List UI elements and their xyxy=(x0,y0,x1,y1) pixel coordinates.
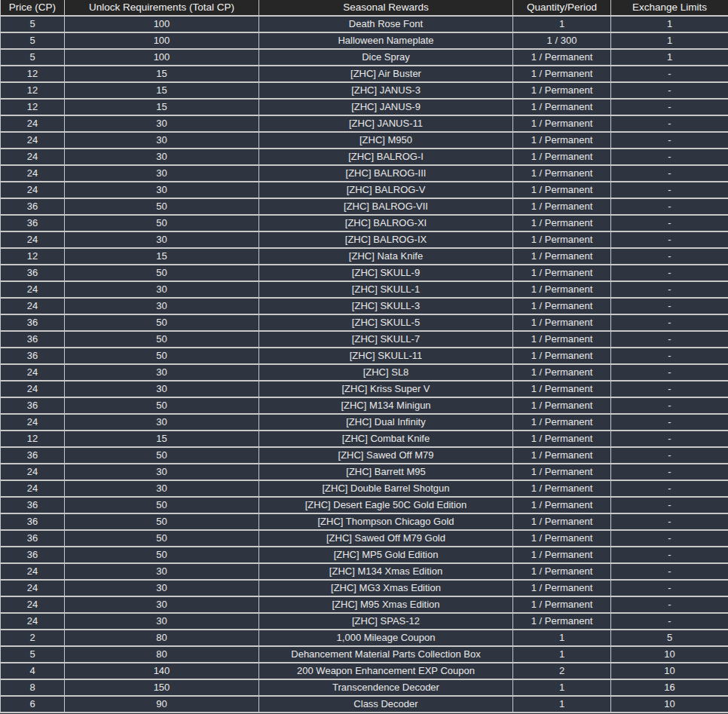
cell-reward-name: Dice Spray xyxy=(259,49,513,66)
table-row: 2430[ZHC] Barrett M951 / Permanent- xyxy=(1,464,728,480)
table-row: 2430[ZHC] BALROG-V1 / Permanent- xyxy=(1,182,728,198)
cell-exchange-limit: - xyxy=(611,596,728,613)
cell-quantity-period: 1 / Permanent xyxy=(513,298,611,314)
cell-quantity-period: 1 / Permanent xyxy=(513,198,611,215)
cell-price: 5 xyxy=(1,646,65,663)
cell-quantity-period: 1 / Permanent xyxy=(513,82,611,99)
cell-price: 5 xyxy=(1,16,65,32)
table-row: 1215[ZHC] JANUS-31 / Permanent- xyxy=(1,82,728,99)
cell-price: 24 xyxy=(1,580,65,596)
cell-exchange-limit: - xyxy=(611,613,728,630)
cell-reward-name: [ZHC] MG3 Xmas Edition xyxy=(259,580,513,596)
cell-price: 36 xyxy=(1,198,65,215)
cell-exchange-limit: - xyxy=(611,182,728,198)
cell-exchange-limit: 10 xyxy=(611,646,728,663)
cell-unlock-requirement: 30 xyxy=(65,381,259,397)
cell-unlock-requirement: 30 xyxy=(65,165,259,182)
cell-reward-name: [ZHC] SL8 xyxy=(259,364,513,381)
cell-reward-name: [ZHC] Sawed Off M79 xyxy=(259,447,513,464)
cell-quantity-period: 1 xyxy=(513,696,611,712)
cell-quantity-period: 1 / Permanent xyxy=(513,364,611,381)
cell-exchange-limit: 1 xyxy=(611,32,728,49)
cell-exchange-limit: 1 xyxy=(611,16,728,32)
cell-price: 12 xyxy=(1,431,65,447)
table-row: 2430[ZHC] SPAS-121 / Permanent- xyxy=(1,613,728,630)
cell-price: 24 xyxy=(1,231,65,248)
cell-reward-name: [ZHC] SKULL-3 xyxy=(259,298,513,314)
table-row: 1215[ZHC] Air Buster1 / Permanent- xyxy=(1,66,728,82)
cell-quantity-period: 1 / Permanent xyxy=(513,281,611,298)
cell-exchange-limit: - xyxy=(611,397,728,414)
cell-price: 24 xyxy=(1,596,65,613)
table-row: 5100Halloween Nameplate1 / 3001 xyxy=(1,32,728,49)
cell-price: 24 xyxy=(1,115,65,132)
cell-quantity-period: 1 / Permanent xyxy=(513,182,611,198)
table-row: 8150Transcendence Decoder116 xyxy=(1,679,728,696)
cell-quantity-period: 1 / Permanent xyxy=(513,530,611,547)
cell-unlock-requirement: 50 xyxy=(65,530,259,547)
table-row: 2430[ZHC] Double Barrel Shotgun1 / Perma… xyxy=(1,480,728,497)
cell-quantity-period: 1 / Permanent xyxy=(513,331,611,348)
cell-quantity-period: 1 / Permanent xyxy=(513,115,611,132)
table-row: 2430[ZHC] SKULL-31 / Permanent- xyxy=(1,298,728,314)
table-row: 580Dehancement Material Parts Collection… xyxy=(1,646,728,663)
cell-price: 24 xyxy=(1,464,65,480)
table-row: 2801,000 Mileage Coupon15 xyxy=(1,630,728,646)
cell-reward-name: [ZHC] JANUS-11 xyxy=(259,115,513,132)
table-row: 3650[ZHC] MP5 Gold Edition1 / Permanent- xyxy=(1,547,728,563)
cell-price: 6 xyxy=(1,696,65,712)
cell-quantity-period: 1 / Permanent xyxy=(513,132,611,149)
cell-reward-name: Dehancement Material Parts Collection Bo… xyxy=(259,646,513,663)
cell-unlock-requirement: 15 xyxy=(65,248,259,265)
cell-exchange-limit: - xyxy=(611,132,728,149)
cell-reward-name: [ZHC] Thompson Chicago Gold xyxy=(259,513,513,530)
table-row: 2430[ZHC] Kriss Super V1 / Permanent- xyxy=(1,381,728,397)
cell-price: 12 xyxy=(1,82,65,99)
cell-exchange-limit: - xyxy=(611,381,728,397)
cell-unlock-requirement: 15 xyxy=(65,82,259,99)
cell-quantity-period: 1 / Permanent xyxy=(513,397,611,414)
cell-reward-name: [ZHC] Sawed Off M79 Gold xyxy=(259,530,513,547)
header-cell-seasonal-rewards: Seasonal Rewards xyxy=(259,0,513,16)
cell-quantity-period: 1 / Permanent xyxy=(513,231,611,248)
cell-quantity-period: 1 / Permanent xyxy=(513,314,611,331)
cell-exchange-limit: - xyxy=(611,248,728,265)
table-body: 5100Death Rose Font115100Halloween Namep… xyxy=(1,16,728,712)
table-row: 3650[ZHC] Thompson Chicago Gold1 / Perma… xyxy=(1,513,728,530)
cell-quantity-period: 1 / Permanent xyxy=(513,381,611,397)
cell-quantity-period: 1 / Permanent xyxy=(513,497,611,513)
cell-unlock-requirement: 150 xyxy=(65,679,259,696)
cell-reward-name: Class Decoder xyxy=(259,696,513,712)
cell-exchange-limit: - xyxy=(611,447,728,464)
cell-exchange-limit: - xyxy=(611,580,728,596)
cell-price: 2 xyxy=(1,630,65,646)
cell-reward-name: [ZHC] BALROG-V xyxy=(259,182,513,198)
cell-unlock-requirement: 80 xyxy=(65,646,259,663)
table-row: 3650[ZHC] Desert Eagle 50C Gold Edition1… xyxy=(1,497,728,513)
seasonal-rewards-table: Price (CP) Unlock Requirements (Total CP… xyxy=(0,0,728,713)
table-row: 3650[ZHC] SKULL-71 / Permanent- xyxy=(1,331,728,348)
cell-exchange-limit: 5 xyxy=(611,630,728,646)
table-row: 2430[ZHC] Dual Infinity1 / Permanent- xyxy=(1,414,728,431)
table-row: 3650[ZHC] SKULL-51 / Permanent- xyxy=(1,314,728,331)
cell-price: 24 xyxy=(1,613,65,630)
cell-quantity-period: 1 / Permanent xyxy=(513,165,611,182)
cell-quantity-period: 2 xyxy=(513,663,611,679)
cell-unlock-requirement: 50 xyxy=(65,497,259,513)
cell-exchange-limit: - xyxy=(611,431,728,447)
cell-price: 5 xyxy=(1,32,65,49)
cell-unlock-requirement: 90 xyxy=(65,696,259,712)
cell-reward-name: [ZHC] Air Buster xyxy=(259,66,513,82)
cell-unlock-requirement: 80 xyxy=(65,630,259,646)
cell-unlock-requirement: 50 xyxy=(65,314,259,331)
cell-unlock-requirement: 50 xyxy=(65,397,259,414)
cell-price: 36 xyxy=(1,530,65,547)
header-cell-exchange-limits: Exchange Limits xyxy=(611,0,728,16)
cell-price: 36 xyxy=(1,265,65,281)
table-row: 5100Dice Spray1 / Permanent1 xyxy=(1,49,728,66)
cell-price: 24 xyxy=(1,364,65,381)
table-row: 2430[ZHC] BALROG-III1 / Permanent- xyxy=(1,165,728,182)
table-row: 3650[ZHC] Sawed Off M79 Gold1 / Permanen… xyxy=(1,530,728,547)
cell-unlock-requirement: 30 xyxy=(65,231,259,248)
cell-reward-name: [ZHC] SKULL-7 xyxy=(259,331,513,348)
